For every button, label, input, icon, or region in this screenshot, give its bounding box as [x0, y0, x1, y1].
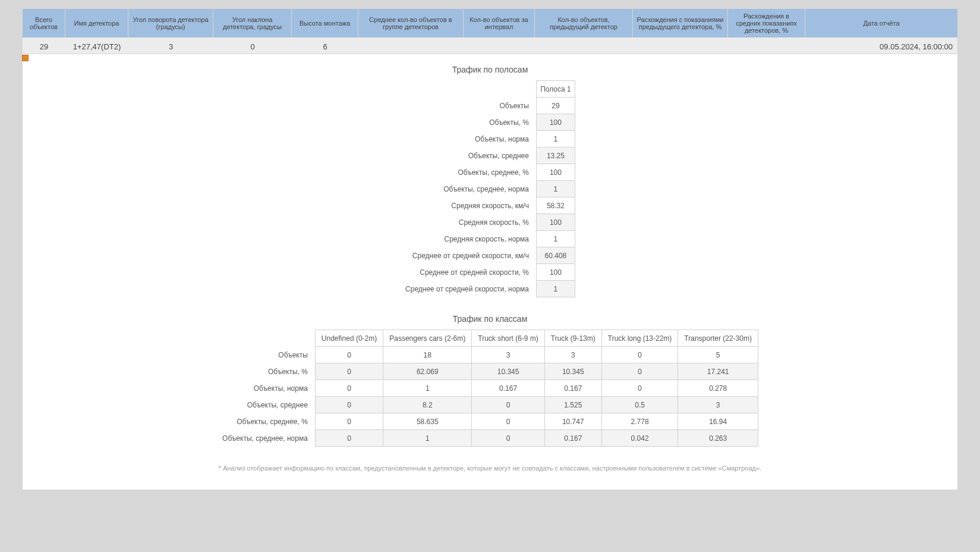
class-row-value: 0 — [472, 397, 545, 413]
class-row-value: 2.778 — [601, 413, 678, 430]
class-row-value: 0 — [315, 380, 383, 397]
cell-avg-group — [358, 37, 464, 54]
main-table-header: Всего объектов Имя детектора Угол поворо… — [23, 9, 957, 37]
class-row-label: Объекты — [222, 347, 315, 363]
class-row-value: 0 — [601, 347, 678, 363]
class-row-value: 1 — [383, 380, 472, 397]
class-row-value: 0 — [472, 430, 545, 447]
lane-row-value: 58.32 — [536, 197, 575, 214]
class-row-value: 0.167 — [472, 380, 545, 397]
class-row-value: 0 — [315, 363, 383, 380]
lane-row-label: Средняя скорость, км/ч — [405, 197, 536, 214]
lane-row-value: 13.25 — [536, 148, 575, 164]
cell-rotation: 3 — [128, 37, 213, 54]
lanes-table: Полоса 1 Объекты29Объекты, %100Объекты, … — [405, 80, 575, 297]
lane-row-value: 1 — [536, 181, 575, 197]
class-row-value: 10.345 — [472, 363, 545, 380]
class-row-value: 10.747 — [544, 413, 601, 430]
cell-disc-avg — [728, 37, 805, 54]
cell-interval — [464, 37, 535, 54]
lane-row-label: Объекты — [405, 98, 536, 114]
class-row-value: 0 — [315, 347, 383, 363]
lane-row-value: 100 — [536, 114, 575, 131]
class-row-label: Объекты, % — [222, 363, 315, 380]
class-row-value: 10.345 — [544, 363, 601, 380]
lane-row-value: 1 — [536, 231, 575, 247]
class-row-value: 0.167 — [544, 380, 601, 397]
class-row-label: Объекты, среднее, норма — [222, 430, 315, 447]
class-row-label: Объекты, среднее, % — [222, 413, 315, 430]
class-row-value: 0 — [315, 430, 383, 447]
lane-row-label: Объекты, норма — [405, 131, 536, 148]
cell-height: 6 — [292, 37, 358, 54]
collapse-icon[interactable]: - — [22, 55, 29, 61]
table-row[interactable]: 29 - 1+27,47(DT2) 3 0 6 09.05.2024, 16:0… — [23, 37, 957, 54]
class-row-value: 0 — [601, 363, 678, 380]
lane-row-value: 100 — [536, 264, 575, 281]
class-row-label: Объекты, среднее — [222, 397, 315, 413]
col-tilt: Угол наклона детектора, градусы — [213, 9, 292, 37]
class-row-value: 3 — [544, 347, 601, 363]
lanes-title: Трафик по полосам — [23, 65, 957, 74]
class-row-value: 1.525 — [544, 397, 601, 413]
lane-row-label: Объекты, среднее, % — [405, 164, 536, 181]
col-name: Имя детектора — [65, 9, 128, 37]
class-row-value: 0.042 — [601, 430, 678, 447]
lane-row-value: 100 — [536, 164, 575, 181]
class-col-header: Undefined (0-2m) — [315, 330, 383, 347]
class-row-value: 8.2 — [383, 397, 472, 413]
cell-total: 29 - — [23, 37, 65, 54]
class-col-header: Transporter (22-30m) — [678, 330, 758, 347]
class-row-value: 0.278 — [678, 380, 758, 397]
class-row-value: 18 — [383, 347, 472, 363]
cell-tilt: 0 — [213, 37, 292, 54]
cell-prev — [535, 37, 633, 54]
row-details: Трафик по полосам Полоса 1 Объекты29Объе… — [23, 54, 957, 490]
class-row-value: 62.069 — [383, 363, 472, 380]
class-row-label: Объекты, норма — [222, 380, 315, 397]
lane-row-value: 1 — [536, 281, 575, 297]
col-height: Высота монтажа — [292, 9, 358, 37]
col-disc-avg: Расхождения в средних показаниях детекто… — [728, 9, 805, 37]
lane-row-value: 60.408 — [536, 247, 575, 264]
lane-row-label: Объекты, среднее, норма — [405, 181, 536, 197]
cell-disc-prev — [633, 37, 728, 54]
lane-row-label: Средняя скорость, норма — [405, 231, 536, 247]
class-row-value: 0.263 — [678, 430, 758, 447]
class-row-value: 58.635 — [383, 413, 472, 430]
class-col-header: Truck long (13-22m) — [601, 330, 678, 347]
class-row-value: 0 — [315, 413, 383, 430]
lane-row-value: 29 — [536, 98, 575, 114]
cell-name: 1+27,47(DT2) — [65, 37, 128, 54]
lane-row-label: Объекты, среднее — [405, 148, 536, 164]
footnote: * Анализ отображает информацию по класса… — [23, 465, 957, 478]
class-row-value: 5 — [678, 347, 758, 363]
class-row-value: 0 — [315, 397, 383, 413]
col-total: Всего объектов — [23, 9, 65, 37]
col-avg-group: Среднее кол-во объектов в группе детекто… — [358, 9, 464, 37]
col-disc-prev: Расхождения с показаниями предыдущего де… — [633, 9, 728, 37]
classes-title: Трафик по классам — [23, 314, 957, 324]
lane-row-value: 100 — [536, 214, 575, 231]
class-col-header: Passengers cars (2-6m) — [383, 330, 472, 347]
class-row-value: 3 — [472, 347, 545, 363]
lane-row-value: 1 — [536, 131, 575, 148]
lane-row-label: Среднее от средней скорости, км/ч — [405, 247, 536, 264]
class-row-value: 0.167 — [544, 430, 601, 447]
lane-col-header: Полоса 1 — [536, 81, 575, 98]
col-rotation: Угол поворота детектора (градусы) — [128, 9, 213, 37]
col-prev: Кол-во объектов, предыдущий детектор — [535, 9, 633, 37]
lane-row-label: Средняя скорость, % — [405, 214, 536, 231]
class-row-value: 16.94 — [678, 413, 758, 430]
cell-date: 09.05.2024, 16:00:00 — [805, 37, 957, 54]
class-row-value: 17.241 — [678, 363, 758, 380]
col-interval: Кол-во объектов за интервал — [464, 9, 535, 37]
classes-table: Undefined (0-2m)Passengers cars (2-6m)Tr… — [222, 330, 758, 447]
class-row-value: 0.5 — [601, 397, 678, 413]
class-row-value: 0 — [472, 413, 545, 430]
lane-row-label: Среднее от средней скорости, % — [405, 264, 536, 281]
class-row-value: 3 — [678, 397, 758, 413]
lane-row-label: Среднее от средней скорости, норма — [405, 281, 536, 297]
lane-row-label: Объекты, % — [405, 114, 536, 131]
class-row-value: 0 — [601, 380, 678, 397]
